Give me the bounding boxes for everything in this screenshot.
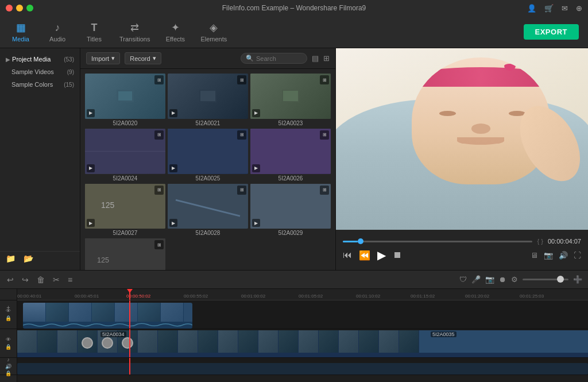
list-item[interactable]: ⊞ ▶ 5I2A0020 [85, 74, 165, 126]
cut-button[interactable]: ✂ [52, 275, 61, 284]
list-item[interactable]: ⊞ ▶ 5I2A0026 [250, 129, 331, 182]
volume-icon[interactable]: 🔊 [559, 251, 568, 260]
list-item[interactable]: 125 ⊞ ▶ 5I2A0030 [85, 238, 165, 270]
list-item[interactable]: ⊞ ▶ 5I2A0025 [168, 129, 248, 182]
timeline-section: ↩ ↪ 🗑 ✂ ≡ 🛡 🎤 📷 ⏺ ⚙ ➕ + 👁 🔒 [0, 270, 588, 382]
cart-icon[interactable]: 🛒 [544, 4, 554, 13]
list-item[interactable]: ⊞ ▶ 5I2A0029 [250, 184, 331, 237]
thumbnail-badge: ⊞ [154, 75, 164, 84]
sidebar-item-sample-colors[interactable]: Sample Colors (15) [0, 78, 80, 91]
microphone-icon[interactable]: 🎤 [471, 275, 481, 284]
mail-icon[interactable]: ✉ [562, 4, 568, 13]
ruler-label: 00:01:05:02 [299, 294, 323, 299]
toolbar-effects[interactable]: ✦ Effects [164, 21, 187, 43]
adjust-button[interactable]: ≡ [67, 275, 74, 284]
thumbnail-play-icon: ▶ [169, 109, 177, 117]
zoom-slider[interactable] [523, 279, 568, 280]
search-box[interactable]: 🔍 [241, 53, 307, 64]
video-track-2-controls: 👁 🔒 [0, 329, 17, 358]
zoom-icon[interactable]: ⊕ [576, 4, 582, 13]
skip-start-button[interactable]: ⏮ [343, 250, 352, 260]
monitor-icon[interactable]: 🖥 [531, 251, 538, 260]
stop-button[interactable]: ⏹ [393, 250, 402, 260]
toolbar-audio[interactable]: ♪ Audio [46, 22, 69, 43]
audio-waveform-1 [23, 322, 192, 329]
ruler-label: 00:00:40:01 [17, 294, 41, 299]
toolbar-transitions[interactable]: ⇄ Transitions [119, 21, 150, 43]
zoom-out-icon[interactable]: ➕ [573, 275, 582, 284]
svg-text:125: 125 [101, 200, 115, 210]
shield-icon[interactable]: 🛡 [459, 275, 467, 284]
add-folder-icon[interactable]: 📂 [24, 254, 33, 263]
search-input[interactable] [256, 55, 302, 62]
toolbar-elements[interactable]: ◈ Elements [200, 21, 227, 43]
delete-button[interactable]: 🗑 [36, 275, 46, 284]
add-media-folder-icon[interactable]: 📁 [6, 254, 16, 263]
play-button[interactable]: ▶ [377, 248, 386, 262]
svg-rect-9 [250, 129, 331, 173]
thumbnail-label: 5I2A0021 [196, 120, 220, 126]
grid-view-icon[interactable]: ⊞ [323, 54, 330, 63]
project-media-count: (53) [64, 56, 74, 63]
progress-bar[interactable] [343, 241, 532, 242]
music-icon[interactable]: ♪ [7, 357, 10, 362]
thumbnail-label: 5I2A0024 [113, 175, 138, 182]
svg-text:125: 125 [97, 256, 109, 264]
progress-bar-area: { } 00:00:04:07 [343, 238, 581, 245]
title-bar: FileInfo.com Example – Wondershare Filmo… [0, 0, 588, 16]
fullscreen-icon[interactable]: ⛶ [574, 251, 581, 260]
audio-strip-2 [17, 353, 588, 357]
camera-icon[interactable]: 📷 [485, 275, 494, 284]
filter-icon[interactable]: ▤ [312, 54, 319, 63]
music-clip[interactable] [17, 363, 588, 375]
sidebar-item-project-media[interactable]: ▶ Project Media (53) [0, 53, 80, 65]
media-icon: ▦ [16, 21, 26, 34]
lock-icon-3[interactable]: 🔒 [5, 371, 11, 376]
list-item[interactable]: ⊞ ▶ 5I2A0028 [168, 184, 248, 237]
thumbnail-badge: ⊞ [154, 186, 164, 195]
video-clip-long[interactable]: 5I2A0034 5I2A0035 [17, 330, 588, 356]
timeline-content: 00:00:40:01 00:00:45:01 00:00:50:02 00:0… [17, 289, 588, 382]
svg-rect-15 [85, 238, 165, 270]
lock-icon[interactable]: 🔒 [5, 315, 11, 321]
list-item[interactable]: 125 ⊞ ▶ 5I2A0027 [85, 184, 165, 237]
toolbar-titles[interactable]: T Titles [83, 22, 106, 43]
toolbar-media[interactable]: ▦ Media [9, 21, 32, 43]
person-icon[interactable]: 👤 [527, 4, 536, 13]
add-track-button[interactable]: + [6, 304, 10, 311]
close-button[interactable] [6, 5, 13, 11]
lock-icon-2[interactable]: 🔒 [5, 344, 11, 350]
timecode-display: 00:00:04:07 [548, 238, 581, 245]
thumbnail-label: 5I2A0020 [113, 120, 138, 126]
step-back-button[interactable]: ⏪ [359, 250, 370, 261]
thumbnail-label: 5I2A0029 [278, 230, 303, 236]
record-icon[interactable]: ⏺ [499, 275, 506, 284]
redo-button[interactable]: ↪ [21, 275, 30, 284]
media-panel: Import ▾ Record ▾ 🔍 ▤ ⊞ ⊞ [80, 48, 335, 270]
import-dropdown[interactable]: Import ▾ [86, 52, 120, 64]
zoom-knob[interactable] [557, 276, 564, 283]
list-item[interactable]: ⊞ ▶ 5I2A0021 [168, 74, 248, 126]
sidebar-item-sample-videos[interactable]: Sample Videos (9) [0, 65, 80, 78]
svg-rect-12 [168, 184, 248, 229]
volume-small-icon[interactable]: 🔊 [5, 364, 11, 369]
settings-icon[interactable]: ⚙ [511, 275, 518, 284]
undo-button[interactable]: ↩ [6, 275, 15, 284]
export-button[interactable]: EXPORT [524, 24, 579, 40]
sample-colors-count: (15) [64, 82, 74, 88]
transitions-icon: ⇄ [130, 21, 139, 34]
list-item[interactable]: ⊞ ▶ 5I2A0024 [85, 129, 165, 182]
transitions-label: Transitions [119, 36, 150, 43]
screenshot-icon[interactable]: 📷 [544, 251, 553, 260]
eye-icon-2[interactable]: 👁 [6, 337, 11, 342]
list-item[interactable]: ⊞ ▶ 5I2A0023 [250, 74, 331, 126]
preview-controls: { } 00:00:04:07 ⏮ ⏪ ▶ ⏹ 🖥 📷 🔊 ⛶ [336, 230, 588, 270]
thumbnail-play-icon: ▶ [252, 219, 260, 227]
ruler-label: 00:00:55:02 [184, 294, 208, 299]
sample-videos-label: Sample Videos [11, 68, 54, 75]
effects-label: Effects [166, 36, 185, 43]
maximize-button[interactable] [26, 5, 33, 11]
minimize-button[interactable] [16, 5, 23, 11]
progress-knob[interactable] [358, 238, 363, 244]
record-dropdown[interactable]: Record ▾ [125, 52, 161, 64]
